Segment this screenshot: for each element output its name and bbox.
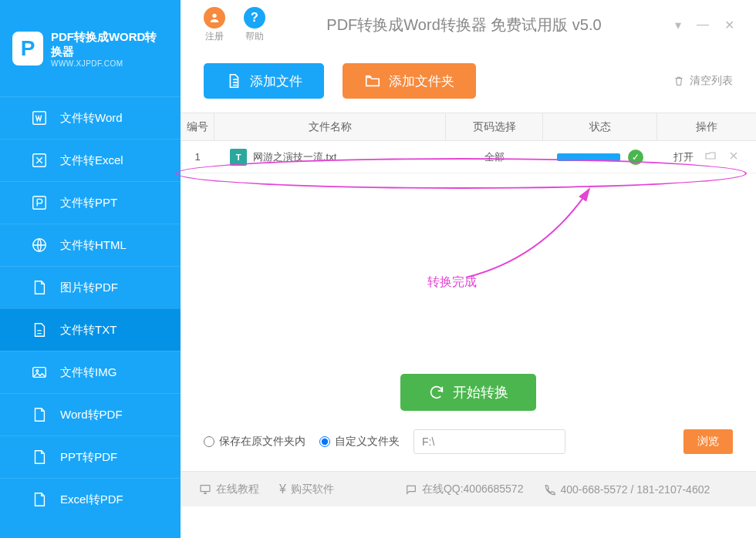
cell-op: 打开 [657, 150, 756, 164]
sidebar-item-label: 图片转PDF [60, 281, 118, 295]
buy-label: 购买软件 [291, 483, 334, 496]
dropdown-icon[interactable]: ▾ [675, 18, 681, 32]
pdf-icon [31, 491, 48, 508]
sidebar-item-label: 文件转HTML [60, 238, 127, 253]
sidebar-item-img[interactable]: 文件转IMG [0, 351, 181, 393]
header-num: 编号 [181, 113, 214, 140]
sidebar-item-word[interactable]: 文件转Word [0, 96, 181, 139]
svg-rect-7 [201, 485, 210, 491]
save-same-folder-radio[interactable]: 保存在原文件夹内 [204, 435, 305, 449]
cell-name: T 网游之演技一流.txt [214, 149, 446, 166]
sidebar-item-imgpdf[interactable]: 图片转PDF [0, 266, 181, 308]
pdf-icon [31, 279, 48, 296]
sidebar-item-label: 文件转PPT [60, 196, 117, 210]
word-icon [31, 109, 48, 126]
phone-contact[interactable]: 400-668-5572 / 181-2107-4602 [543, 483, 710, 496]
save-custom-label: 自定义文件夹 [335, 435, 400, 449]
sidebar-item-txt[interactable]: 文件转TXT [0, 308, 181, 351]
open-link[interactable]: 打开 [673, 150, 694, 164]
pdf-icon [31, 406, 48, 423]
add-file-label: 添加文件 [250, 72, 302, 90]
toolbar: 添加文件 添加文件夹 清空列表 [181, 49, 756, 113]
file-name: 网游之演技一流.txt [253, 150, 336, 164]
sidebar-item-wordpdf[interactable]: Word转PDF [0, 393, 181, 435]
sidebar-item-label: 文件转Excel [60, 153, 123, 168]
table-row[interactable]: 1 T 网游之演技一流.txt 全部 ✓ 打开 [181, 141, 756, 173]
sidebar-nav: 文件转Word 文件转Excel 文件转PPT 文件转HTML 图片转PDF 文… [0, 96, 181, 538]
monitor-icon [199, 483, 211, 496]
annotation-arrow [435, 181, 613, 281]
logo: P PDF转换成WORD转换器 WWW.XJPDF.COM [0, 0, 181, 96]
file-icon [225, 72, 242, 89]
radio-input[interactable] [319, 436, 330, 447]
header-status: 状态 [543, 113, 657, 140]
sidebar-item-label: Excel转PDF [60, 493, 123, 507]
titlebar: 注册 ? 帮助 PDF转换成Word转换器 免费试用版 v5.0 ▾ — ✕ [181, 0, 756, 49]
table-header: 编号 文件名称 页码选择 状态 操作 [181, 113, 756, 141]
main: 注册 ? 帮助 PDF转换成Word转换器 免费试用版 v5.0 ▾ — ✕ 添… [181, 0, 756, 538]
chat-icon [405, 483, 417, 496]
txt-icon [31, 321, 48, 338]
cell-status: ✓ [543, 150, 657, 165]
header-page: 页码选择 [446, 113, 543, 140]
cell-page[interactable]: 全部 [446, 150, 543, 164]
window-controls: ▾ — ✕ [675, 18, 741, 32]
clear-list-button[interactable]: 清空列表 [673, 74, 733, 88]
qq-contact[interactable]: 在线QQ:4006685572 [405, 483, 524, 496]
globe-icon [31, 237, 48, 254]
qq-label: 在线QQ:4006685572 [422, 483, 524, 496]
start-convert-button[interactable]: 开始转换 [400, 374, 536, 411]
start-convert-label: 开始转换 [453, 383, 508, 402]
add-file-button[interactable]: 添加文件 [204, 63, 324, 99]
add-folder-button[interactable]: 添加文件夹 [343, 63, 476, 99]
svg-point-5 [36, 370, 39, 372]
action-row: 开始转换 [181, 358, 756, 429]
clear-list-label: 清空列表 [690, 74, 733, 88]
logo-title: PDF转换成WORD转换器 [51, 29, 168, 59]
close-icon[interactable]: ✕ [724, 18, 734, 32]
sidebar-item-label: Word转PDF [60, 408, 123, 422]
folder-open-icon[interactable] [704, 150, 717, 164]
check-icon: ✓ [628, 150, 643, 165]
phone-label: 400-668-5572 / 181-2107-4602 [560, 483, 710, 496]
register-button[interactable]: 注册 [204, 7, 225, 43]
save-custom-folder-radio[interactable]: 自定义文件夹 [319, 435, 400, 449]
logo-subtitle: WWW.XJPDF.COM [51, 59, 168, 68]
sidebar-item-pptpdf[interactable]: PPT转PDF [0, 435, 181, 478]
folder-icon [364, 72, 381, 89]
app-title: PDF转换成Word转换器 免费试用版 v5.0 [253, 15, 675, 35]
svg-point-6 [212, 13, 216, 17]
trash-icon [673, 75, 685, 87]
tutorial-label: 在线教程 [216, 483, 259, 496]
sidebar-item-label: 文件转Word [60, 111, 123, 126]
add-folder-label: 添加文件夹 [389, 72, 454, 90]
save-options: 保存在原文件夹内 自定义文件夹 浏览 [181, 429, 756, 471]
pdf-icon [31, 449, 48, 466]
footer: 在线教程 ¥ 购买软件 在线QQ:4006685572 400-668-5572… [181, 471, 756, 506]
sidebar-item-html[interactable]: 文件转HTML [0, 224, 181, 266]
ppt-icon [31, 194, 48, 211]
radio-input[interactable] [204, 436, 214, 447]
delete-row-icon[interactable] [727, 150, 740, 164]
tutorial-link[interactable]: 在线教程 [199, 483, 259, 496]
sidebar-item-excel[interactable]: 文件转Excel [0, 139, 181, 181]
refresh-icon [428, 384, 445, 401]
sidebar-item-excelpdf[interactable]: Excel转PDF [0, 478, 181, 520]
sidebar-item-ppt[interactable]: 文件转PPT [0, 181, 181, 224]
save-path-input[interactable] [413, 429, 565, 454]
minimize-icon[interactable]: — [697, 18, 709, 32]
sidebar: P PDF转换成WORD转换器 WWW.XJPDF.COM 文件转Word 文件… [0, 0, 181, 538]
file-table: 编号 文件名称 页码选择 状态 操作 1 T 网游之演技一流.txt 全部 ✓ [181, 113, 756, 358]
header-name: 文件名称 [214, 113, 446, 140]
header-op: 操作 [657, 113, 756, 140]
sidebar-item-label: PPT转PDF [60, 450, 117, 465]
sidebar-item-label: 文件转IMG [60, 365, 116, 380]
phone-icon [543, 483, 555, 496]
progress-bar [557, 153, 620, 161]
save-same-label: 保存在原文件夹内 [219, 435, 305, 449]
image-icon [31, 364, 48, 381]
txt-file-icon: T [230, 149, 247, 166]
annotation-text: 转换完成 [427, 274, 477, 291]
buy-link[interactable]: ¥ 购买软件 [279, 483, 334, 496]
browse-button[interactable]: 浏览 [683, 429, 733, 454]
